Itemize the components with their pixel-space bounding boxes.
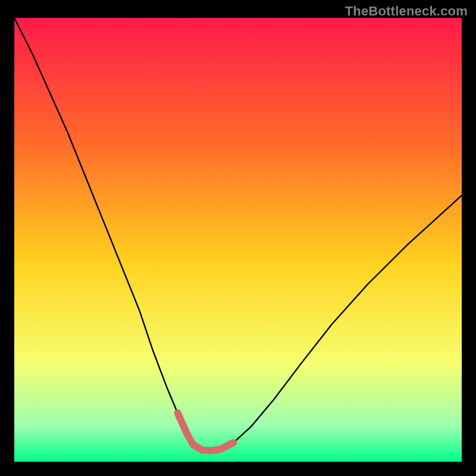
watermark-text: TheBottleneck.com <box>345 4 468 19</box>
chart-container: { "watermark": "TheBottleneck.com", "col… <box>0 0 476 476</box>
bottleneck-chart <box>0 0 476 476</box>
gradient-background <box>14 18 462 462</box>
